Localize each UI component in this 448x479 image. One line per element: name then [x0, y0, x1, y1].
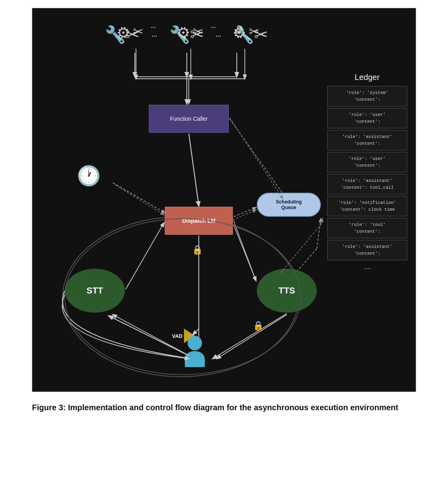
ledger-item-1: 'role': 'user' 'content':	[327, 108, 407, 128]
tool-dots-2: ...	[216, 30, 222, 39]
tool-scissors-2: ✂	[193, 24, 204, 39]
svg-line-36	[126, 223, 164, 289]
lock-icon-2: 🔒	[253, 321, 264, 331]
tts-label: TTS	[278, 285, 295, 296]
tool-sep-2: ...	[211, 22, 216, 30]
tool-sep-1: ...	[151, 22, 156, 30]
svg-line-12	[234, 221, 256, 281]
tool-dots-1: ...	[152, 30, 157, 39]
svg-line-23	[189, 134, 199, 206]
scheduling-queue-box: SchedulingQueue	[257, 193, 321, 217]
svg-line-24	[230, 118, 283, 199]
ledger-item-2: 'role': 'assistant' 'content':	[327, 130, 407, 150]
svg-line-7	[234, 208, 256, 217]
svg-line-28	[321, 219, 322, 225]
ledger-dots: ....	[327, 263, 407, 271]
diagram-container: 🔧✂ ... 🔧✂ ... 🔧✂ ⚙ ✂ ... ⚙ ✂ ... ⚙ ✂ Fun…	[32, 8, 416, 392]
user-head	[188, 336, 202, 350]
tts-node: TTS	[257, 269, 317, 313]
ledger-item-6: 'role': 'tool' 'content':	[327, 218, 407, 238]
svg-line-10	[317, 219, 321, 249]
svg-line-35	[217, 315, 287, 359]
tool-scissors-1: ✂	[133, 24, 144, 39]
stt-label: STT	[86, 285, 103, 296]
svg-line-6	[230, 119, 289, 202]
svg-line-5	[189, 134, 199, 206]
scheduling-queue-label: SchedulingQueue	[276, 199, 302, 210]
user-figure	[185, 336, 205, 367]
ledger-item-0: 'role': 'system' 'content':	[327, 86, 407, 106]
svg-line-25	[233, 210, 256, 220]
svg-line-26	[115, 185, 164, 215]
dispatch-lm-box: Dispatch LM	[165, 207, 233, 235]
clock-icon: 🕐	[77, 165, 101, 187]
user-body	[185, 351, 205, 367]
vad-label: VAD	[172, 333, 182, 339]
svg-line-8	[113, 183, 165, 213]
ledger-item-3: 'role': 'user' 'content':	[327, 152, 407, 172]
ledger-item-4: 'role': 'assistant' 'content': tool_call	[327, 174, 407, 194]
svg-line-15	[213, 313, 287, 359]
ledger-title: Ledger	[327, 73, 407, 82]
ledger-item-7: 'role': 'assistant' 'content':	[327, 240, 407, 260]
stt-node: STT	[65, 269, 125, 313]
caption: Figure 3: Implementation and control flo…	[32, 401, 416, 413]
tool-scissors-3: ✂	[249, 24, 260, 39]
function-caller-box: Function Caller	[149, 105, 229, 133]
svg-line-29	[234, 225, 256, 281]
ledger-item-5: 'role': 'notification' 'content': clock …	[327, 196, 407, 216]
lock-icon-1: 🔒	[192, 245, 203, 255]
dispatch-lm-label: Dispatch LM	[182, 218, 215, 224]
svg-line-27	[281, 225, 321, 273]
function-caller-label: Function Caller	[170, 116, 208, 122]
ledger-container: Ledger 'role': 'system' 'content': 'role…	[327, 73, 407, 271]
caption-text: Figure 3: Implementation and control flo…	[32, 403, 398, 412]
